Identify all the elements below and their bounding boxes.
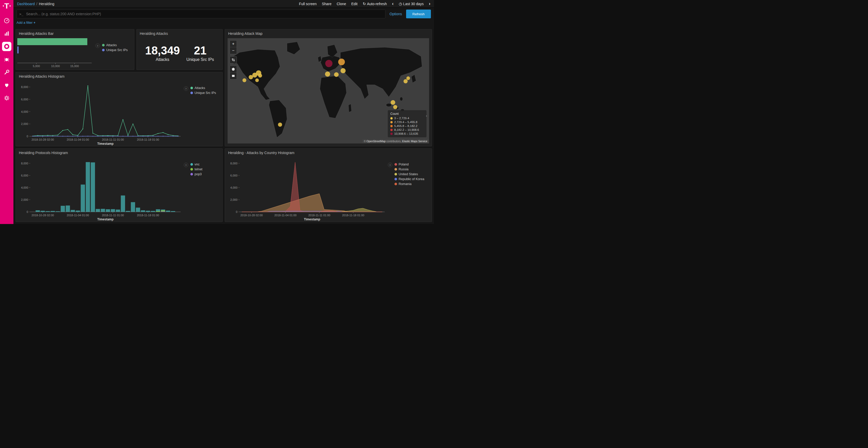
legend-toggle-icon[interactable]: ›: [95, 43, 100, 48]
time-forward-chevron[interactable]: ›: [429, 1, 430, 6]
map-controls: + −: [230, 40, 237, 79]
bug-icon: [4, 56, 10, 63]
legend-item[interactable]: pop3: [190, 172, 203, 176]
panel-title[interactable]: Heralding Protocols Histogram: [16, 149, 222, 156]
map-polygon-tool-button[interactable]: [230, 66, 237, 72]
share-button[interactable]: Share: [322, 2, 332, 6]
refresh-button[interactable]: Refresh: [406, 9, 431, 18]
sidebar-item-honeypot[interactable]: [2, 55, 11, 64]
world-map[interactable]: + −: [227, 38, 429, 143]
search-bar-row: >_ Options Refresh: [13, 8, 434, 20]
legend-label: vnc: [194, 163, 199, 166]
panel-attacks-bar: Heralding Attacks Bar 5,00010,00015,000 …: [16, 29, 134, 70]
map-attack-marker: [258, 74, 262, 77]
time-back-chevron[interactable]: ‹: [392, 1, 394, 6]
map-fit-bounds-button[interactable]: [230, 57, 237, 63]
svg-text:8,000: 8,000: [21, 162, 28, 165]
map-legend-item: 5,455.8 – 8,182.2: [390, 125, 424, 128]
map-zoom-in-button[interactable]: +: [230, 40, 237, 47]
filter-bar: Add a filter +: [13, 20, 434, 27]
logo-letter: T: [4, 2, 9, 10]
legend-label: Republic of Korea: [399, 177, 424, 181]
svg-text:10,000: 10,000: [51, 65, 60, 68]
panel-title[interactable]: Heralding Attacks Bar: [16, 29, 134, 37]
breadcrumb-separator: /: [36, 2, 37, 6]
sidebar-item-analytics[interactable]: [2, 29, 11, 38]
legend-color-dot: [190, 92, 193, 94]
auto-refresh-button[interactable]: ↻Auto-refresh: [363, 2, 387, 6]
elastic-maps-link[interactable]: Elastic Maps Service: [402, 140, 427, 143]
panel-attack-map: Heralding Attack Map: [225, 29, 432, 146]
legend-toggle-icon[interactable]: ›: [388, 163, 393, 167]
panel-title[interactable]: Heralding - Attacks by Country Histogram: [225, 149, 432, 156]
sidebar: T: [0, 0, 13, 224]
svg-text:2018-10-28 02:00: 2018-10-28 02:00: [32, 138, 54, 141]
fullscreen-button[interactable]: Full screen: [299, 2, 316, 6]
edit-button[interactable]: Edit: [351, 2, 358, 6]
svg-text:2018-11-11 01:00: 2018-11-11 01:00: [102, 138, 124, 141]
panel-title[interactable]: Heralding Attack Map: [225, 29, 432, 37]
svg-text:2018-10-28 02:00: 2018-10-28 02:00: [32, 214, 54, 217]
time-range-picker[interactable]: ◷Last 30 days: [399, 2, 424, 6]
svg-text:4,000: 4,000: [21, 186, 28, 189]
chart-legend: › vnctelnetpop3: [184, 156, 222, 222]
legend-range-label: 3 – 2,729.4: [394, 117, 409, 120]
dashboard-right-column: Heralding Attack Map: [225, 29, 432, 222]
clone-button[interactable]: Clone: [337, 2, 346, 6]
search-input[interactable]: [26, 12, 382, 16]
legend-item[interactable]: Poland: [395, 163, 424, 166]
crop-icon: [231, 58, 235, 62]
legend-item[interactable]: Republic of Korea: [395, 177, 424, 181]
legend-item[interactable]: Russia: [395, 168, 424, 171]
telekom-logo[interactable]: T: [3, 2, 10, 10]
map-legend-item: 2,729.4 – 5,455.8: [390, 120, 424, 124]
map-zoom-out-button[interactable]: −: [230, 47, 237, 54]
sidebar-item-dashboard[interactable]: [2, 16, 11, 25]
terminal-prompt-icon: >_: [20, 12, 24, 16]
legend-item[interactable]: Attacks: [190, 86, 216, 90]
map-attribution: © OpenStreetMap contributors, Elastic Ma…: [363, 139, 429, 143]
legend-color-dot: [390, 117, 393, 119]
legend-item[interactable]: Romania: [395, 182, 424, 186]
map-legend-collapse-icon[interactable]: ›: [426, 114, 427, 118]
breadcrumb-dashboard-link[interactable]: Dashboard: [17, 2, 35, 6]
map-attack-marker: [393, 105, 397, 109]
legend-item[interactable]: Attacks: [102, 43, 128, 47]
legend-label: Attacks: [194, 86, 205, 90]
sidebar-item-settings[interactable]: [2, 94, 11, 103]
svg-text:2018-11-11 01:00: 2018-11-11 01:00: [308, 214, 330, 217]
svg-text:2018-10-28 02:00: 2018-10-28 02:00: [240, 214, 263, 217]
legend-item[interactable]: Unique Src IPs: [102, 48, 128, 52]
donut-chart-icon: [4, 43, 10, 49]
topnav-actions: Full screen Share Clone Edit ↻Auto-refre…: [299, 1, 430, 6]
map-legend-item: 8,182.2 – 10,908.6: [390, 128, 424, 131]
svg-text:2018-11-04 01:00: 2018-11-04 01:00: [67, 214, 89, 217]
sidebar-item-tools[interactable]: [2, 68, 11, 77]
legend-color-dot: [395, 178, 397, 180]
panel-attacks-histogram: Heralding Attacks Histogram 02,0004,0006…: [16, 72, 223, 146]
panel-title[interactable]: Heralding Attacks: [137, 29, 222, 37]
legend-item[interactable]: vnc: [190, 163, 203, 166]
options-link[interactable]: Options: [388, 12, 404, 16]
map-rectangle-tool-button[interactable]: [230, 72, 237, 79]
legend-toggle-icon[interactable]: ›: [184, 86, 188, 91]
add-filter-link[interactable]: Add a filter +: [17, 21, 35, 25]
svg-text:6,000: 6,000: [230, 174, 238, 177]
chart-legend: › AttacksUnique Src IPs: [95, 37, 134, 70]
map-attack-marker: [255, 78, 259, 82]
legend-item[interactable]: telnet: [190, 168, 203, 171]
legend-item[interactable]: Unique Src IPs: [190, 91, 216, 95]
map-legend-item: 10,908.6 – 13,635: [390, 132, 424, 135]
svg-text:8,000: 8,000: [21, 85, 28, 89]
legend-toggle-icon[interactable]: ›: [184, 163, 188, 167]
svg-text:2018-11-18 01:00: 2018-11-18 01:00: [137, 214, 159, 217]
panel-title[interactable]: Heralding Attacks Histogram: [16, 72, 222, 79]
openstreetmap-link[interactable]: OpenStreetMap: [367, 140, 386, 143]
legend-label: Attacks: [106, 43, 117, 47]
sidebar-item-health[interactable]: [2, 80, 11, 90]
sidebar-item-security[interactable]: [2, 42, 11, 51]
legend-item[interactable]: United States: [395, 172, 424, 176]
attacks-bar-chart: 5,00010,00015,000: [16, 37, 95, 70]
svg-text:2,000: 2,000: [21, 198, 28, 201]
panel-protocols-histogram: Heralding Protocols Histogram 02,0004,00…: [16, 148, 223, 222]
